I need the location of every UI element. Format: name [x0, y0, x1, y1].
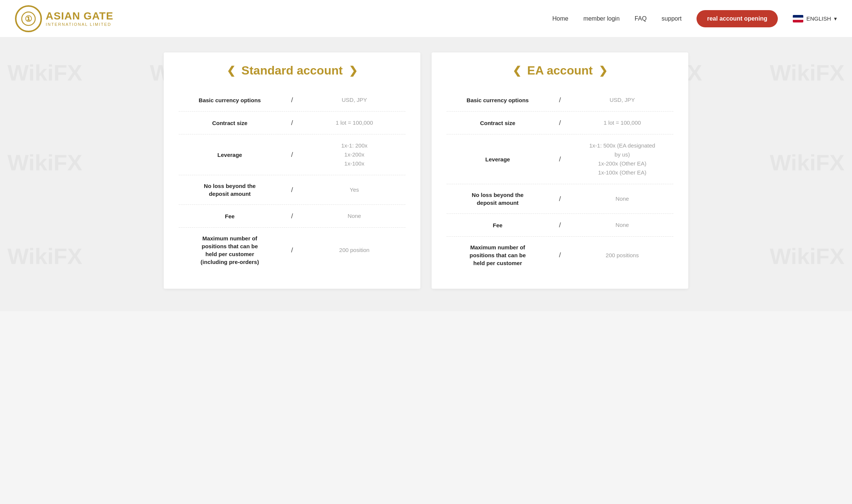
- standard-label-maxpos: Maximum number ofpositions that can behe…: [179, 234, 281, 266]
- navigation: Home member login FAQ support real accou…: [552, 10, 837, 27]
- account-opening-button[interactable]: real account opening: [697, 10, 778, 27]
- standard-sep-fee: /: [285, 212, 300, 220]
- standard-label-contract: Contract size: [179, 119, 281, 127]
- header: ① ASIAN GATE INTERNATIONAL LIMITED Home …: [0, 0, 852, 37]
- logo-main-text: ASIAN GATE: [46, 11, 114, 21]
- standard-sep-currency: /: [285, 96, 300, 104]
- ea-row-contract: Contract size / 1 lot = 100,000: [447, 112, 673, 134]
- svg-text:①: ①: [25, 14, 32, 23]
- ea-value-fee: None: [571, 221, 674, 230]
- ea-row-leverage: Leverage / 1x-1: 500x (EA designatedby u…: [447, 134, 673, 184]
- ea-label-leverage: Leverage: [447, 155, 549, 163]
- ea-sep-fee: /: [553, 221, 568, 229]
- ea-label-noloss: No loss beyond thedeposit amount: [447, 191, 549, 207]
- ea-row-fee: Fee / None: [447, 214, 673, 237]
- ea-label-fee: Fee: [447, 221, 549, 229]
- watermark-8: WikiFX: [770, 243, 845, 269]
- standard-label-noloss: No loss beyond thedeposit amount: [179, 182, 281, 198]
- accounts-grid: ❮ Standard account ❯ Basic currency opti…: [164, 52, 688, 289]
- standard-chevron-left: ❮: [227, 64, 235, 77]
- ea-chevron-left: ❮: [513, 64, 521, 77]
- logo-sub-text: INTERNATIONAL LIMITED: [46, 22, 114, 27]
- standard-label-fee: Fee: [179, 212, 281, 220]
- standard-sep-leverage: /: [285, 151, 300, 159]
- nav-support[interactable]: support: [662, 15, 682, 22]
- ea-label-contract: Contract size: [447, 119, 549, 127]
- flag-icon: [793, 15, 803, 22]
- ea-account-panel: ❮ EA account ❯ Basic currency options / …: [432, 52, 688, 289]
- logo: ① ASIAN GATE INTERNATIONAL LIMITED: [15, 5, 114, 32]
- watermark-7: WikiFX: [7, 243, 82, 269]
- ea-value-noloss: None: [571, 194, 674, 203]
- watermark-1: WikiFX: [7, 60, 82, 86]
- ea-account-title: EA account: [527, 64, 593, 78]
- ea-account-title-row: ❮ EA account ❯: [447, 64, 673, 78]
- standard-value-noloss: Yes: [303, 185, 406, 194]
- language-selector[interactable]: ENGLISH ▾: [793, 15, 837, 22]
- ea-sep-maxpos: /: [553, 251, 568, 259]
- standard-row-maxpos: Maximum number ofpositions that can behe…: [179, 228, 405, 273]
- ea-value-maxpos: 200 positions: [571, 251, 674, 260]
- standard-account-title: Standard account: [241, 64, 342, 78]
- standard-value-maxpos: 200 position: [303, 246, 406, 255]
- standard-label-leverage: Leverage: [179, 151, 281, 159]
- ea-label-currency: Basic currency options: [447, 96, 549, 104]
- main-content: WikiFX WikiFX WikiFX WikiFX WikiFX WikiF…: [0, 37, 852, 311]
- ea-row-maxpos: Maximum number ofpositions that can behe…: [447, 237, 673, 274]
- standard-row-currency: Basic currency options / USD, JPY: [179, 89, 405, 112]
- ea-sep-contract: /: [553, 119, 568, 127]
- standard-account-panel: ❮ Standard account ❯ Basic currency opti…: [164, 52, 420, 289]
- ea-row-noloss: No loss beyond thedeposit amount / None: [447, 184, 673, 214]
- standard-sep-contract: /: [285, 119, 300, 127]
- nav-faq[interactable]: FAQ: [635, 15, 647, 22]
- standard-row-leverage: Leverage / 1x-1: 200x1x-200x1x-100x: [179, 134, 405, 175]
- language-label: ENGLISH: [806, 15, 831, 22]
- standard-chevron-right: ❯: [349, 64, 357, 77]
- standard-value-contract: 1 lot = 100,000: [303, 118, 406, 127]
- standard-row-noloss: No loss beyond thedeposit amount / Yes: [179, 175, 405, 205]
- ea-value-contract: 1 lot = 100,000: [571, 118, 674, 127]
- ea-label-maxpos: Maximum number ofpositions that can behe…: [447, 243, 549, 267]
- watermark-6: WikiFX: [770, 150, 845, 176]
- ea-row-currency: Basic currency options / USD, JPY: [447, 89, 673, 112]
- standard-value-currency: USD, JPY: [303, 95, 406, 104]
- ea-sep-noloss: /: [553, 195, 568, 203]
- standard-label-currency: Basic currency options: [179, 96, 281, 104]
- standard-sep-noloss: /: [285, 186, 300, 194]
- ea-sep-currency: /: [553, 96, 568, 104]
- standard-row-fee: Fee / None: [179, 205, 405, 228]
- watermark-4: WikiFX: [770, 60, 845, 86]
- watermark-5: WikiFX: [7, 150, 82, 176]
- standard-account-title-row: ❮ Standard account ❯: [179, 64, 405, 78]
- ea-value-currency: USD, JPY: [571, 95, 674, 104]
- standard-row-contract: Contract size / 1 lot = 100,000: [179, 112, 405, 134]
- ea-value-leverage: 1x-1: 500x (EA designatedby us)1x-200x (…: [571, 141, 674, 177]
- ea-sep-leverage: /: [553, 155, 568, 163]
- nav-member-login[interactable]: member login: [583, 15, 620, 22]
- standard-value-leverage: 1x-1: 200x1x-200x1x-100x: [303, 141, 406, 168]
- ea-chevron-right: ❯: [599, 64, 607, 77]
- standard-value-fee: None: [303, 212, 406, 221]
- nav-home[interactable]: Home: [552, 15, 568, 22]
- chevron-down-icon: ▾: [834, 15, 837, 22]
- standard-sep-maxpos: /: [285, 246, 300, 254]
- logo-circle: ①: [15, 5, 42, 32]
- logo-text: ASIAN GATE INTERNATIONAL LIMITED: [46, 11, 114, 27]
